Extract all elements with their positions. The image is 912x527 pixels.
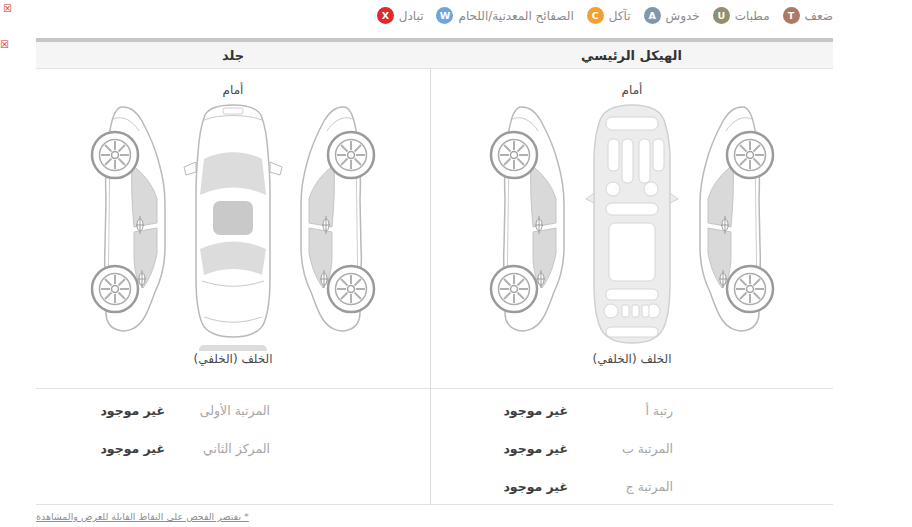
wheel-icon	[328, 132, 374, 178]
rear-caption: الخلف (الخلفي)	[592, 352, 671, 366]
legend-label: ضعف	[805, 9, 833, 23]
dents-badge-icon: U	[713, 7, 730, 24]
status-value: غير موجود	[431, 403, 568, 419]
welding-badge-icon: W	[436, 7, 453, 24]
inspection-report-page: ☒ ☒ X تبادل W الصفائح المعدنية/اللحام C …	[0, 0, 912, 527]
legend-item-exchange: X تبادل	[377, 7, 424, 24]
list-item: المرتبة الأولى غير موجود	[36, 403, 430, 419]
inspection-report: الهيكل الرئيسي جلد أمام	[36, 38, 833, 505]
wheel-icon	[491, 266, 537, 312]
legend-label: خدوش	[666, 9, 700, 23]
section-title-main-structure: الهيكل الرئيسي	[430, 42, 833, 68]
corrosion-badge-icon: C	[587, 7, 604, 24]
main-structure-status-list: رتبة أ غير موجود المرتبة ب غير موجود الم…	[431, 389, 833, 505]
chassis-underbody-view	[586, 105, 678, 343]
front-caption: أمام	[622, 83, 643, 97]
wheel-icon	[328, 266, 374, 312]
legend-label: مطبات	[735, 9, 770, 23]
legend-label: تآكل	[609, 9, 631, 23]
main-structure-diagram-area: أمام	[431, 69, 833, 389]
section-header-row: الهيكل الرئيسي جلد	[36, 38, 833, 69]
seat-label: المرتبة ج	[578, 479, 673, 495]
render-artifact-icon: ☒	[3, 4, 12, 14]
status-value: غير موجود	[431, 479, 568, 495]
wheel-icon	[92, 132, 138, 178]
legend-label: تبادل	[399, 9, 424, 23]
legend-label: الصفائح المعدنية/اللحام	[458, 9, 573, 23]
wheel-icon	[491, 132, 537, 178]
panel-main-structure: أمام	[430, 69, 833, 505]
list-item: المرتبة ج غير موجود	[431, 479, 833, 495]
exchange-badge-icon: X	[377, 7, 394, 24]
scratches-badge-icon: A	[644, 7, 661, 24]
legend-item-scratches: A خدوش	[644, 7, 700, 24]
seat-label: المركز الثاني	[175, 441, 270, 457]
wheel-icon	[92, 266, 138, 312]
rear-bumper-strip	[199, 345, 267, 351]
panel-leather: أمام	[36, 69, 430, 505]
list-item: المرتبة ب غير موجود	[431, 441, 833, 457]
seat-label: المرتبة الأولى	[175, 403, 270, 419]
leather-diagram-area: أمام	[36, 69, 430, 389]
panels: أمام	[36, 69, 833, 505]
wheel-icon	[727, 132, 773, 178]
legend-item-welding: W الصفائح المعدنية/اللحام	[436, 7, 573, 24]
status-value: غير موجود	[431, 441, 568, 457]
list-item: المركز الثاني غير موجود	[36, 441, 430, 457]
seat-label: المرتبة ب	[578, 441, 673, 457]
rear-caption: الخلف (الخلفي)	[193, 352, 272, 366]
weakness-badge-icon: T	[783, 7, 800, 24]
legend-item-dents: U مطبات	[713, 7, 770, 24]
chassis-diagram	[462, 99, 802, 351]
car-top-view	[184, 105, 282, 351]
legend-item-corrosion: C تآكل	[587, 7, 631, 24]
damage-legend: X تبادل W الصفائح المعدنية/اللحام C تآكل…	[377, 7, 833, 24]
footnote-link[interactable]: * يقتصر الفحص على النقاط القابلة للعرض و…	[36, 511, 249, 522]
legend-item-weakness: T ضعف	[783, 7, 833, 24]
list-item: رتبة أ غير موجود	[431, 403, 833, 419]
leather-status-list: المرتبة الأولى غير موجود المركز الثاني غ…	[36, 389, 430, 505]
front-caption: أمام	[223, 83, 244, 97]
status-value: غير موجود	[36, 441, 165, 457]
wheel-icon	[727, 266, 773, 312]
render-artifact-icon: ☒	[0, 40, 9, 50]
section-title-leather: جلد	[36, 42, 430, 68]
seat-label: رتبة أ	[578, 403, 673, 419]
status-value: غير موجود	[36, 403, 165, 419]
body-diagram	[63, 99, 403, 351]
